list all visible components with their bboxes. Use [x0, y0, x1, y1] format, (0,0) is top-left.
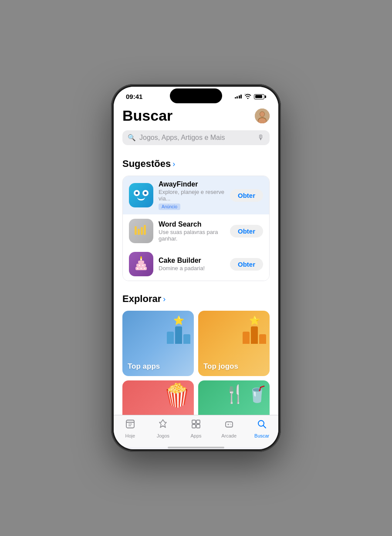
tab-apps[interactable]: Apps [183, 419, 209, 438]
cakebuilder-obter-button[interactable]: Obter [230, 258, 263, 271]
buscar-icon [257, 419, 267, 432]
svg-rect-5 [135, 226, 137, 235]
cakebuilder-name: Cake Builder [159, 257, 225, 265]
svg-rect-12 [136, 264, 146, 267]
signal-bars-icon [235, 95, 242, 98]
explore-section: Explorar › ⭐ Top [114, 285, 278, 415]
tab-jogos[interactable]: Jogos [150, 419, 176, 438]
arcade-label: Arcade [221, 433, 237, 438]
hoje-label: Hoje [125, 433, 135, 438]
tab-buscar[interactable]: Buscar [249, 419, 275, 438]
svg-point-14 [139, 265, 140, 266]
svg-point-16 [137, 268, 139, 269]
svg-point-3 [260, 112, 264, 116]
phone-frame: 09:41 [111, 84, 281, 452]
avatar[interactable] [255, 109, 270, 123]
awayfinder-obter-button[interactable]: Obter [230, 189, 263, 202]
page-title: Buscar [122, 107, 172, 124]
cakebuilder-desc: Domine a padaria! [159, 265, 225, 271]
awayfinder-name: AwayFinder [159, 180, 225, 188]
search-icon: 🔍 [128, 134, 136, 142]
arcade-icon [224, 419, 234, 432]
svg-rect-27 [226, 422, 233, 427]
explore-chevron[interactable]: › [163, 295, 166, 304]
svg-rect-7 [141, 227, 143, 235]
explore-card-topgames[interactable]: ⭐ Top jogos [198, 311, 270, 376]
svg-rect-6 [138, 229, 140, 235]
wordsearch-obter-button[interactable]: Obter [230, 225, 263, 237]
wordsearch-icon [129, 219, 153, 243]
tab-hoje[interactable]: Hoje [117, 419, 143, 438]
svg-rect-11 [138, 261, 144, 264]
home-bar [168, 447, 224, 448]
app-item-awayfinder[interactable]: AwayFinder Explore, planeje e reserve vi… [123, 176, 269, 214]
suggestions-app-list: AwayFinder Explore, planeje e reserve vi… [122, 176, 270, 281]
buscar-label: Buscar [254, 433, 269, 438]
tab-bar: Hoje Jogos [114, 415, 278, 447]
suggestions-header: Sugestões › [122, 158, 270, 170]
microphone-icon[interactable]: 🎙 [257, 134, 264, 142]
ad-badge: Anúncio [159, 204, 180, 210]
explore-card-entertainment[interactable]: 🍿 Entretenimento [122, 380, 194, 415]
suggestions-chevron[interactable]: › [172, 159, 175, 169]
phone-screen: 09:41 [114, 87, 278, 449]
explore-title: Explorar [122, 293, 161, 305]
wordsearch-desc: Use suas palavras para ganhar. [159, 229, 225, 242]
svg-rect-24 [196, 420, 200, 424]
status-time: 09:41 [126, 93, 142, 100]
hoje-icon [125, 419, 135, 432]
page-header: Buscar [114, 104, 278, 129]
svg-rect-8 [144, 225, 146, 235]
svg-rect-25 [192, 424, 196, 428]
awayfinder-desc: Explore, planeje e reserve via... [159, 189, 225, 202]
svg-point-15 [142, 265, 144, 266]
svg-point-18 [144, 268, 145, 269]
awayfinder-info: AwayFinder Explore, planeje e reserve vi… [159, 180, 225, 210]
suggestions-title: Sugestões [122, 158, 171, 170]
cakebuilder-icon [129, 252, 153, 276]
apps-label: Apps [190, 433, 201, 438]
explore-header: Explorar › [122, 293, 270, 305]
search-input[interactable]: Jogos, Apps, Artigos e Mais [139, 134, 254, 142]
status-icons [235, 93, 267, 100]
battery-icon [254, 94, 266, 99]
svg-point-30 [230, 424, 230, 424]
search-bar-wrapper: 🔍 Jogos, Apps, Artigos e Mais 🎙 [114, 129, 278, 150]
app-item-cakebuilder[interactable]: Cake Builder Domine a padaria! Obter [123, 248, 269, 281]
app-item-wordsearch[interactable]: Word Search Use suas palavras para ganha… [123, 214, 269, 248]
svg-rect-23 [192, 420, 196, 424]
svg-point-31 [230, 424, 231, 425]
wifi-icon [244, 93, 251, 100]
wordsearch-name: Word Search [159, 221, 225, 228]
explore-grid: ⭐ Top apps ⭐ [122, 311, 270, 415]
topapps-label: Top apps [128, 362, 189, 371]
home-indicator [114, 447, 278, 449]
dynamic-island [170, 88, 222, 103]
explore-card-topapps[interactable]: ⭐ Top apps [122, 311, 194, 376]
svg-point-10 [140, 256, 142, 259]
topgames-label: Top jogos [203, 362, 264, 371]
jogos-label: Jogos [157, 433, 169, 438]
svg-point-17 [141, 268, 142, 269]
jogos-icon [158, 419, 168, 432]
wordsearch-info: Word Search Use suas palavras para ganha… [159, 221, 225, 242]
awayfinder-icon [129, 183, 153, 207]
svg-rect-26 [196, 424, 200, 428]
search-bar[interactable]: 🔍 Jogos, Apps, Artigos e Mais 🎙 [122, 130, 270, 145]
suggestions-section: Sugestões › AwayF [114, 150, 278, 285]
apps-icon [191, 419, 201, 432]
cakebuilder-info: Cake Builder Domine a padaria! [159, 257, 225, 271]
explore-card-gastronomy[interactable]: 🍴 🥤 Gastronomiae bebidas [198, 380, 270, 415]
svg-line-33 [264, 426, 266, 428]
scroll-area[interactable]: Buscar 🔍 Jogos, Apps, Artigos e Mais [114, 104, 278, 415]
tab-arcade[interactable]: Arcade [216, 419, 242, 438]
